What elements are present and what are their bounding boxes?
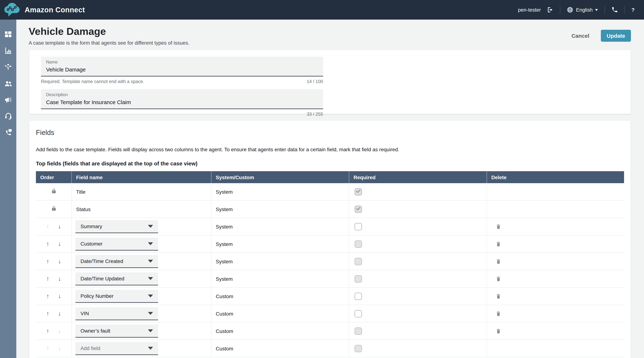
name-input-value: Vehicle Damage <box>46 66 318 72</box>
required-cell <box>349 253 487 270</box>
app-canvas: Amazon Connect pen-tester English <box>0 0 644 358</box>
required-checkbox[interactable] <box>355 292 362 300</box>
field-name-cell: Owner’s fault <box>72 322 211 340</box>
page-title: Vehicle Damage <box>29 26 190 38</box>
table-row: ↑↓Add fieldCustom <box>36 340 624 357</box>
cancel-button[interactable]: Cancel <box>568 30 593 41</box>
field-select[interactable]: Customer <box>76 238 158 250</box>
column-header-required: Required <box>349 171 487 183</box>
delete-cell <box>487 340 624 357</box>
required-checkbox <box>355 345 362 352</box>
field-select[interactable]: Date/Time Created <box>76 255 158 268</box>
delete-cell <box>487 322 624 340</box>
sidebar-item-routing[interactable] <box>0 60 16 76</box>
field-select[interactable]: Policy Number <box>76 290 158 303</box>
sidebar-item-dashboard[interactable] <box>0 27 16 43</box>
chevron-down-icon <box>148 346 153 350</box>
sidebar-item-users[interactable] <box>0 76 16 92</box>
delete-field-button[interactable] <box>495 275 502 283</box>
template-description-input[interactable]: Description Case Template for Insurance … <box>41 89 323 109</box>
required-cell <box>349 200 487 218</box>
required-cell <box>349 288 487 305</box>
trash-icon <box>496 330 501 335</box>
required-checkbox <box>355 258 362 265</box>
field-select[interactable]: Date/Time Updated <box>76 272 158 285</box>
required-checkbox[interactable] <box>355 223 362 230</box>
move-up-button[interactable]: ↑ <box>46 310 50 318</box>
required-cell <box>349 270 487 287</box>
table-row: TitleSystem <box>36 183 624 200</box>
lock-icon <box>51 205 56 213</box>
move-down-button: ↓ <box>57 344 62 352</box>
required-checkbox <box>355 275 362 282</box>
move-up-button[interactable]: ↑ <box>46 292 50 300</box>
language-selector[interactable]: English <box>566 6 598 13</box>
template-details-card: Name Vehicle Damage Required. Template n… <box>29 50 630 114</box>
delete-field-button[interactable] <box>495 310 502 318</box>
softphone-button[interactable] <box>612 6 618 13</box>
required-cell <box>349 218 487 235</box>
divider <box>560 6 560 14</box>
column-header-order: Order <box>36 171 72 183</box>
order-cell: ↑↓ <box>36 270 72 287</box>
move-up-button[interactable]: ↑ <box>46 240 50 248</box>
move-down-button[interactable]: ↓ <box>57 223 62 230</box>
delete-cell <box>487 200 624 218</box>
system-custom-cell: Custom <box>211 288 349 305</box>
move-down-button[interactable]: ↓ <box>57 240 62 248</box>
system-custom-label: System <box>212 224 232 230</box>
required-checkbox[interactable] <box>355 310 362 317</box>
required-checkbox <box>355 188 362 195</box>
system-custom-label: Custom <box>212 346 233 351</box>
sidebar-item-headset[interactable] <box>0 108 16 125</box>
delete-field-button[interactable] <box>495 257 502 265</box>
system-custom-cell: System <box>211 236 349 252</box>
sidebar-item-contact-control[interactable] <box>0 125 16 141</box>
field-select[interactable]: Summary <box>76 220 158 233</box>
order-cell: ↑↓ <box>36 236 72 252</box>
system-custom-cell: Custom <box>211 305 349 322</box>
update-button[interactable]: Update <box>601 30 631 42</box>
field-select-value: Summary <box>80 223 102 229</box>
delete-cell <box>487 218 624 235</box>
table-row: ↑↓Owner’s faultCustom <box>36 322 624 340</box>
table-header-row: Order Field name System/Custom Required … <box>36 171 624 183</box>
trash-icon <box>496 295 501 300</box>
system-custom-cell: Custom <box>211 340 349 357</box>
divider <box>605 6 605 14</box>
move-up-button[interactable]: ↑ <box>46 275 50 282</box>
move-down-button[interactable]: ↓ <box>57 275 62 282</box>
move-down-button[interactable]: ↓ <box>57 258 62 265</box>
move-down-button[interactable]: ↓ <box>57 310 62 318</box>
delete-field-button[interactable] <box>495 222 502 230</box>
field-name-label: Title <box>72 189 86 194</box>
delete-cell <box>487 288 624 305</box>
move-up-button[interactable]: ↑ <box>46 327 50 335</box>
field-select[interactable]: Owner’s fault <box>76 324 158 338</box>
users-icon <box>4 79 12 89</box>
move-down-button: ↓ <box>57 327 62 335</box>
system-custom-cell: System <box>211 200 349 218</box>
column-header-delete: Delete <box>487 171 624 183</box>
field-select[interactable]: VIN <box>76 307 158 320</box>
chevron-down-icon <box>148 260 153 262</box>
move-up-button[interactable]: ↑ <box>46 258 50 265</box>
sidebar-item-metrics[interactable] <box>0 43 16 60</box>
field-select[interactable]: Add field <box>76 342 158 355</box>
fields-card: Fields Add fields to the case template. … <box>29 121 630 358</box>
help-button[interactable]: ? <box>632 7 634 13</box>
language-label: English <box>576 7 593 13</box>
sidebar-item-megaphone[interactable] <box>0 92 16 108</box>
description-char-counter: 33 / 255 <box>307 112 323 117</box>
delete-cell <box>487 305 624 322</box>
system-custom-cell: System <box>211 270 349 287</box>
sign-out-button[interactable] <box>547 6 553 13</box>
template-name-input[interactable]: Name Vehicle Damage <box>41 56 323 76</box>
delete-field-button[interactable] <box>495 327 502 335</box>
move-down-button[interactable]: ↓ <box>57 292 62 300</box>
order-cell: ↑↓ <box>36 253 72 270</box>
delete-field-button[interactable] <box>495 240 502 248</box>
move-up-button: ↑ <box>46 344 50 352</box>
delete-field-button[interactable] <box>495 292 502 300</box>
metrics-icon <box>4 47 12 56</box>
